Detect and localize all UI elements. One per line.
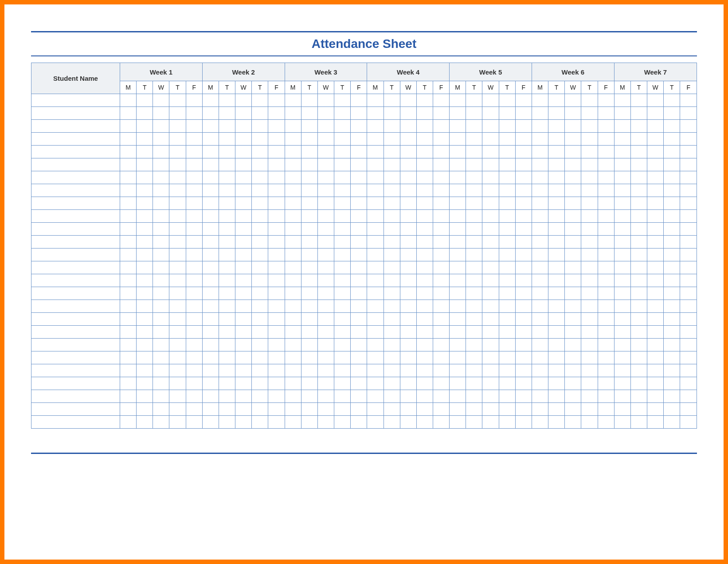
attendance-cell[interactable] (301, 120, 317, 133)
attendance-cell[interactable] (466, 364, 482, 377)
attendance-cell[interactable] (433, 416, 449, 429)
attendance-cell[interactable] (120, 313, 137, 326)
attendance-cell[interactable] (499, 133, 515, 146)
attendance-cell[interactable] (433, 287, 449, 300)
attendance-cell[interactable] (515, 184, 532, 197)
attendance-cell[interactable] (680, 403, 697, 416)
attendance-cell[interactable] (664, 248, 680, 261)
attendance-cell[interactable] (400, 236, 416, 248)
attendance-cell[interactable] (499, 287, 515, 300)
attendance-cell[interactable] (202, 197, 219, 210)
attendance-cell[interactable] (482, 364, 499, 377)
attendance-cell[interactable] (630, 120, 647, 133)
attendance-cell[interactable] (367, 287, 384, 300)
attendance-cell[interactable] (334, 197, 351, 210)
attendance-cell[interactable] (581, 236, 598, 248)
attendance-cell[interactable] (416, 236, 433, 248)
attendance-cell[interactable] (120, 351, 137, 364)
attendance-cell[interactable] (548, 377, 565, 390)
attendance-cell[interactable] (169, 274, 186, 287)
attendance-cell[interactable] (630, 261, 647, 274)
attendance-cell[interactable] (235, 326, 252, 339)
attendance-cell[interactable] (219, 146, 235, 158)
attendance-cell[interactable] (565, 210, 581, 223)
attendance-cell[interactable] (515, 274, 532, 287)
attendance-cell[interactable] (169, 351, 186, 364)
attendance-cell[interactable] (202, 146, 219, 158)
attendance-cell[interactable] (202, 171, 219, 184)
attendance-cell[interactable] (532, 120, 548, 133)
attendance-cell[interactable] (499, 223, 515, 236)
attendance-cell[interactable] (137, 390, 153, 403)
attendance-cell[interactable] (317, 377, 334, 390)
attendance-cell[interactable] (647, 326, 664, 339)
attendance-cell[interactable] (351, 107, 367, 120)
attendance-cell[interactable] (169, 223, 186, 236)
attendance-cell[interactable] (466, 339, 482, 351)
attendance-cell[interactable] (532, 313, 548, 326)
attendance-cell[interactable] (120, 171, 137, 184)
attendance-cell[interactable] (433, 120, 449, 133)
attendance-cell[interactable] (647, 364, 664, 377)
attendance-cell[interactable] (120, 339, 137, 351)
attendance-cell[interactable] (351, 158, 367, 171)
attendance-cell[interactable] (466, 158, 482, 171)
attendance-cell[interactable] (466, 326, 482, 339)
attendance-cell[interactable] (450, 416, 466, 429)
attendance-cell[interactable] (680, 94, 697, 107)
attendance-cell[interactable] (252, 223, 268, 236)
attendance-cell[interactable] (400, 210, 416, 223)
attendance-cell[interactable] (548, 390, 565, 403)
attendance-cell[interactable] (384, 184, 400, 197)
attendance-cell[interactable] (252, 274, 268, 287)
attendance-cell[interactable] (482, 133, 499, 146)
attendance-cell[interactable] (235, 236, 252, 248)
attendance-cell[interactable] (416, 416, 433, 429)
attendance-cell[interactable] (285, 171, 301, 184)
attendance-cell[interactable] (301, 390, 317, 403)
attendance-cell[interactable] (202, 236, 219, 248)
student-name-cell[interactable] (31, 364, 120, 377)
attendance-cell[interactable] (450, 120, 466, 133)
attendance-cell[interactable] (120, 364, 137, 377)
attendance-cell[interactable] (137, 377, 153, 390)
attendance-cell[interactable] (219, 107, 235, 120)
attendance-cell[interactable] (548, 94, 565, 107)
attendance-cell[interactable] (565, 158, 581, 171)
attendance-cell[interactable] (433, 210, 449, 223)
attendance-cell[interactable] (367, 197, 384, 210)
attendance-cell[interactable] (169, 236, 186, 248)
attendance-cell[interactable] (268, 248, 285, 261)
attendance-cell[interactable] (466, 236, 482, 248)
attendance-cell[interactable] (630, 210, 647, 223)
attendance-cell[interactable] (384, 261, 400, 274)
attendance-cell[interactable] (317, 107, 334, 120)
attendance-cell[interactable] (548, 287, 565, 300)
attendance-cell[interactable] (252, 364, 268, 377)
attendance-cell[interactable] (367, 120, 384, 133)
attendance-cell[interactable] (581, 300, 598, 313)
attendance-cell[interactable] (219, 261, 235, 274)
attendance-cell[interactable] (416, 107, 433, 120)
attendance-cell[interactable] (153, 377, 169, 390)
attendance-cell[interactable] (515, 248, 532, 261)
student-name-cell[interactable] (31, 351, 120, 364)
attendance-cell[interactable] (416, 184, 433, 197)
attendance-cell[interactable] (317, 210, 334, 223)
attendance-cell[interactable] (565, 107, 581, 120)
attendance-cell[interactable] (219, 171, 235, 184)
attendance-cell[interactable] (137, 287, 153, 300)
attendance-cell[interactable] (433, 158, 449, 171)
attendance-cell[interactable] (664, 351, 680, 364)
attendance-cell[interactable] (450, 184, 466, 197)
attendance-cell[interactable] (169, 158, 186, 171)
attendance-cell[interactable] (351, 248, 367, 261)
attendance-cell[interactable] (219, 416, 235, 429)
attendance-cell[interactable] (120, 236, 137, 248)
attendance-cell[interactable] (235, 364, 252, 377)
attendance-cell[interactable] (515, 313, 532, 326)
attendance-cell[interactable] (301, 403, 317, 416)
attendance-cell[interactable] (235, 416, 252, 429)
attendance-cell[interactable] (581, 248, 598, 261)
attendance-cell[interactable] (384, 339, 400, 351)
